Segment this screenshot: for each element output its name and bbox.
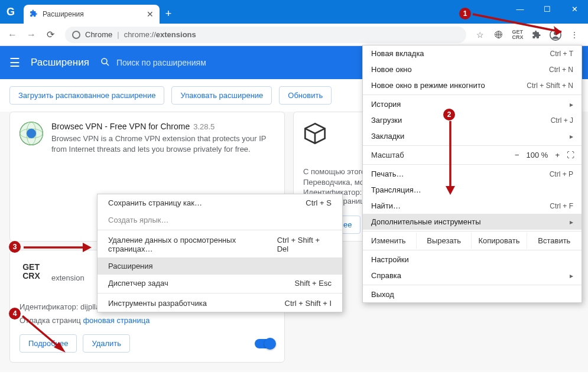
load-unpacked-button[interactable]: Загрузить распакованное расширение [9,86,164,105]
app-icon: G [0,0,21,24]
tab-title: Расширения [43,10,142,18]
omnibox[interactable]: Chrome | chrome://extensions [65,27,466,43]
enable-toggle[interactable] [255,339,275,348]
zoom-value: 100 % [527,151,548,159]
menu-new-window[interactable]: Новое окноCtrl + N [363,61,581,77]
menu-downloads[interactable]: ЗагрузкиCtrl + J [363,112,581,128]
close-icon[interactable]: ✕ [147,9,154,19]
menu-copy[interactable]: Копировать [471,233,526,249]
menu-find[interactable]: Найти…Ctrl + F [363,198,581,214]
extension-version: 3.28.5 [193,122,215,131]
annotation-badge-4: 4 [9,308,21,319]
menu-settings[interactable]: Настройки [363,252,581,268]
extension-logo [20,122,43,145]
chevron-right-icon: ▸ [570,100,573,109]
annotation-badge-1: 1 [459,8,471,19]
menu-clear-browsing-data[interactable]: Удаление данных о просмотренных страница… [98,231,342,257]
search-field[interactable] [100,57,264,69]
browser-tab[interactable]: Расширения ✕ [24,5,160,24]
menu-cut[interactable]: Вырезать [416,233,471,249]
forward-button[interactable]: → [24,27,39,43]
extension-logo [303,122,327,145]
svg-point-2 [102,58,107,64]
remove-button[interactable]: Удалить [83,334,130,353]
chrome-icon [72,31,80,39]
debug-link[interactable]: фоновая страница [83,316,150,325]
reload-button[interactable]: ⟳ [43,27,58,43]
back-button[interactable]: ← [5,27,20,43]
annotation-badge-3: 3 [9,241,21,253]
extension-desc: Browsec VPN is a Chrome VPN extension th… [51,133,275,155]
puzzle-icon [30,9,38,19]
star-icon[interactable]: ☆ [473,28,486,41]
chevron-right-icon: ▸ [570,132,573,141]
menu-new-tab[interactable]: Новая вкладкаCtrl + T [363,45,581,61]
svg-point-7 [27,129,36,138]
menu-zoom: Масштаб − 100 % + ⛶ [363,147,581,163]
menu-create-shortcut[interactable]: Создать ярлык… [98,211,342,229]
close-window-button[interactable]: ✕ [561,0,588,18]
omnibox-url: chrome://extensions [124,30,196,39]
window-controls: — ☐ ✕ [506,0,588,18]
menu-task-manager[interactable]: Диспетчер задачShift + Esc [98,275,342,292]
maximize-button[interactable]: ☐ [534,0,561,18]
omnibox-sep: | [117,30,119,39]
menu-cast[interactable]: Трансляция… [363,182,581,198]
address-bar: ← → ⟳ Chrome | chrome://extensions ☆ 🌐︎ … [0,24,588,46]
search-icon [100,57,111,69]
minimize-button[interactable]: — [506,0,534,18]
menu-edit-row: Изменить Вырезать Копировать Вставить [363,233,581,249]
new-tab-button[interactable]: + [160,8,177,24]
window-titlebar: G Расширения ✕ + — ☐ ✕ [0,0,588,24]
menu-save-page-as[interactable]: Сохранить страницу как…Ctrl + S [98,194,342,211]
profile-icon[interactable] [549,28,562,41]
menu-help[interactable]: Справка▸ [363,268,581,283]
hamburger-icon[interactable]: ☰ [9,56,20,70]
page-title: Расширения [31,57,89,69]
menu-more-tools[interactable]: Дополнительные инструменты▸ [363,214,581,230]
extension-logo: GET CRX [20,260,43,283]
svg-point-1 [554,31,557,35]
fullscreen-icon[interactable]: ⛶ [567,151,574,159]
annotation-badge-2: 2 [443,109,455,120]
chevron-right-icon: ▸ [570,218,573,226]
svg-line-3 [106,63,109,66]
details-button[interactable]: Подробнее [20,334,77,353]
chrome-main-menu: Новая вкладкаCtrl + T Новое окноCtrl + N… [362,45,582,303]
update-button[interactable]: Обновить [279,86,332,105]
zoom-out-button[interactable]: − [515,151,519,159]
getcrx-icon[interactable]: GETCRX [511,28,524,41]
menu-history[interactable]: История▸ [363,96,581,112]
menu-print[interactable]: Печать…Ctrl + P [363,166,581,182]
pack-extension-button[interactable]: Упаковать расширение [171,86,272,105]
menu-bookmarks[interactable]: Закладки▸ [363,128,581,144]
extension-name: Browsec VPN - Free VPN for Chrome [51,122,190,131]
globe-icon[interactable]: 🌐︎ [492,28,505,41]
more-tools-submenu: Сохранить страницу как…Ctrl + S Создать … [97,194,343,312]
menu-paste[interactable]: Вставить [527,233,581,249]
omnibox-prefix: Chrome [85,30,112,39]
search-input[interactable] [116,58,264,67]
kebab-menu-icon[interactable]: ⋮ [568,28,581,41]
menu-devtools[interactable]: Инструменты разработчикаCtrl + Shift + I [98,295,342,312]
menu-incognito[interactable]: Новое окно в режиме инкогнитоCtrl + Shif… [363,77,581,93]
chevron-right-icon: ▸ [570,272,573,280]
menu-extensions[interactable]: Расширения [98,257,342,275]
zoom-in-button[interactable]: + [555,151,560,159]
menu-exit[interactable]: Выход [363,286,581,302]
extensions-puzzle-icon[interactable] [530,28,543,41]
